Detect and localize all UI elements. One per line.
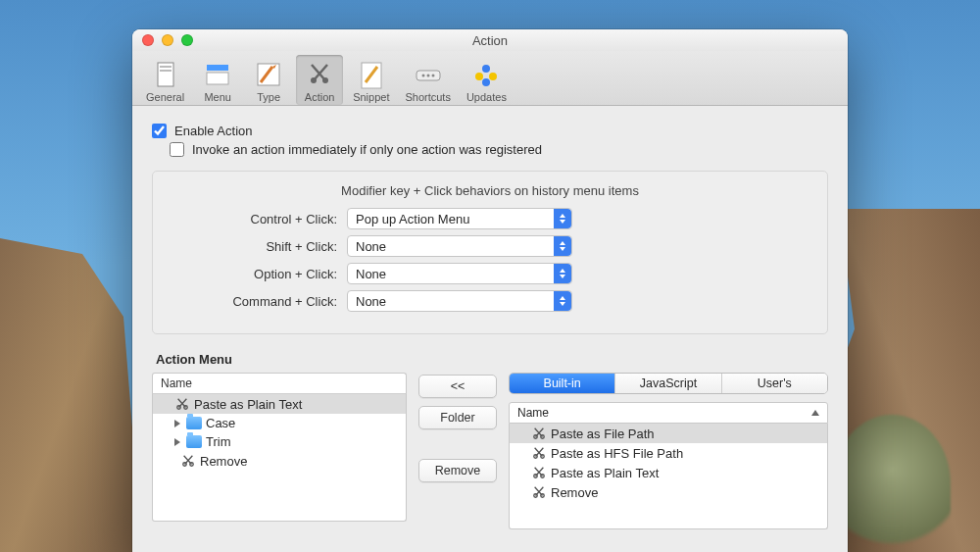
list-item-file-path[interactable]: Paste as File Path (510, 424, 827, 443)
list-item-remove[interactable]: Remove (153, 451, 406, 471)
remove-button[interactable]: Remove (418, 459, 497, 482)
modifier-section: Modifier key + Click behaviors on histor… (152, 171, 828, 334)
content-area: Enable Action Invoke an action immediate… (132, 106, 848, 547)
svg-point-15 (489, 73, 497, 80)
list-item-remove-right[interactable]: Remove (510, 482, 827, 502)
zoom-icon[interactable] (181, 34, 193, 46)
general-icon (150, 59, 181, 90)
invoke-immediately-label: Invoke an action immediately if only one… (192, 142, 542, 157)
preferences-toolbar: General Menu Type Action Snippet Shortcu… (132, 51, 848, 106)
svg-point-10 (421, 75, 424, 77)
chevron-updown-icon (554, 236, 571, 256)
control-click-select[interactable]: Pop up Action Menu (347, 208, 572, 229)
list-item-trim[interactable]: Trim (153, 432, 406, 451)
chevron-updown-icon (554, 209, 571, 228)
lower-panels: Name Paste as Plain Text Case Trim (152, 373, 828, 529)
option-click-label: Option + Click: (171, 267, 337, 281)
close-icon[interactable] (142, 34, 154, 46)
disclosure-triangle-icon[interactable] (174, 438, 180, 446)
shortcuts-icon (413, 59, 444, 90)
tab-action[interactable]: Action (296, 55, 343, 105)
menu-icon (202, 59, 233, 90)
chevron-updown-icon (554, 264, 571, 283)
command-click-label: Command + Click: (171, 294, 337, 309)
list-item-paste-plain[interactable]: Paste as Plain Text (153, 394, 406, 414)
svg-point-11 (426, 75, 429, 77)
svg-rect-1 (160, 66, 172, 68)
modifier-heading: Modifier key + Click behaviors on histor… (171, 183, 809, 198)
source-segmented-control: Built-in JavaScript User's (509, 373, 828, 394)
svg-rect-2 (160, 70, 172, 72)
list-item-hfs-path[interactable]: Paste as HFS File Path (510, 443, 827, 463)
snippet-icon (356, 59, 387, 90)
scissors-icon (180, 453, 196, 469)
shift-click-select[interactable]: None (347, 235, 572, 257)
preferences-window: Action General Menu Type Action Snippet … (132, 29, 848, 552)
left-name-column-header[interactable]: Name (152, 373, 407, 394)
scissors-icon (531, 484, 547, 500)
tab-snippet[interactable]: Snippet (347, 55, 395, 105)
action-menu-panel: Name Paste as Plain Text Case Trim (152, 373, 407, 529)
scissors-icon (531, 465, 547, 480)
enable-action-label: Enable Action (174, 124, 253, 138)
svg-point-13 (482, 65, 490, 73)
tab-menu[interactable]: Menu (194, 55, 241, 105)
scissors-icon (531, 426, 547, 441)
control-click-label: Control + Click: (171, 212, 337, 226)
type-icon (253, 59, 284, 90)
shift-click-label: Shift + Click: (171, 239, 337, 254)
scissors-icon (531, 445, 547, 461)
available-actions-panel: Built-in JavaScript User's Name Paste as… (509, 373, 828, 529)
seg-builtin[interactable]: Built-in (510, 374, 615, 393)
list-item-case[interactable]: Case (153, 414, 406, 432)
invoke-immediately-row: Invoke an action immediately if only one… (170, 142, 828, 157)
list-item-plain-right[interactable]: Paste as Plain Text (510, 463, 827, 482)
tab-shortcuts[interactable]: Shortcuts (399, 55, 456, 105)
disclosure-triangle-icon[interactable] (174, 420, 180, 427)
action-menu-list[interactable]: Paste as Plain Text Case Trim Rem (152, 394, 407, 522)
svg-point-16 (482, 78, 490, 86)
seg-users[interactable]: User's (722, 374, 827, 393)
action-menu-heading: Action Menu (156, 352, 828, 367)
action-icon (304, 59, 335, 90)
sort-ascending-icon (811, 410, 819, 416)
right-name-column-header[interactable]: Name (509, 402, 828, 424)
svg-point-14 (475, 73, 483, 80)
invoke-immediately-checkbox[interactable] (170, 142, 184, 157)
desktop-bush (833, 415, 951, 552)
folder-icon (186, 435, 202, 448)
folder-icon (186, 417, 202, 429)
chevron-updown-icon (554, 291, 571, 311)
svg-rect-3 (207, 65, 228, 71)
updates-icon (470, 59, 502, 90)
folder-button[interactable]: Folder (418, 406, 497, 429)
enable-action-row: Enable Action (152, 124, 828, 138)
svg-rect-4 (207, 73, 228, 84)
back-button[interactable]: << (418, 375, 497, 398)
titlebar[interactable]: Action (132, 29, 848, 51)
tab-type[interactable]: Type (245, 55, 292, 105)
tab-updates[interactable]: Updates (461, 55, 513, 105)
middle-buttons: << Folder Remove (418, 373, 497, 529)
available-actions-list[interactable]: Paste as File Path Paste as HFS File Pat… (509, 424, 828, 529)
enable-action-checkbox[interactable] (152, 124, 167, 138)
tab-general[interactable]: General (140, 55, 190, 105)
seg-javascript[interactable]: JavaScript (615, 374, 721, 393)
scissors-icon (174, 396, 190, 412)
traffic-lights (142, 34, 193, 46)
command-click-select[interactable]: None (347, 290, 572, 312)
svg-point-12 (431, 75, 434, 77)
minimize-icon[interactable] (162, 34, 173, 46)
option-click-select[interactable]: None (347, 263, 572, 284)
window-title: Action (132, 33, 848, 48)
